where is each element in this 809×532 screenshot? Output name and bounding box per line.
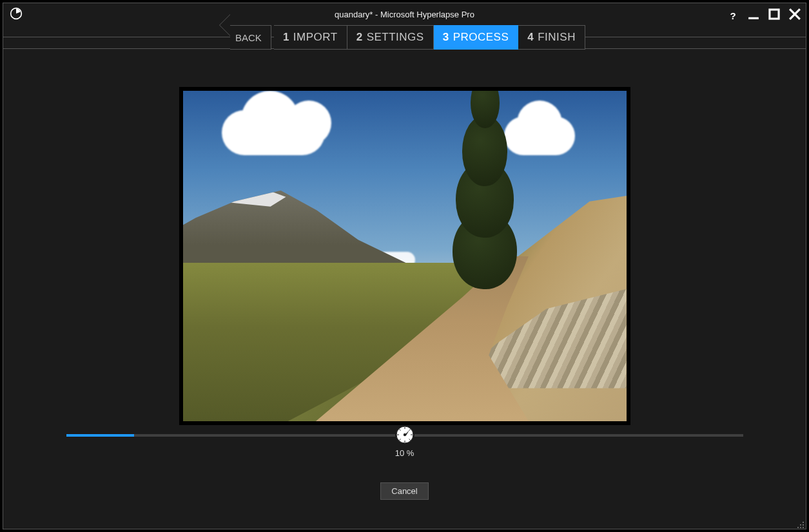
svg-rect-2 (770, 10, 779, 19)
step-number: 3 (443, 31, 449, 44)
step-finish[interactable]: 4 FINISH (518, 25, 585, 50)
content-area: 10 % Cancel (3, 48, 806, 529)
svg-point-16 (403, 433, 405, 436)
step-number: 4 (527, 31, 534, 44)
video-preview (179, 87, 630, 425)
maximize-button[interactable] (767, 7, 781, 24)
svg-point-22 (797, 527, 799, 528)
step-label: IMPORT (293, 31, 338, 44)
help-button[interactable]: ? (726, 10, 740, 21)
minimize-button[interactable] (746, 7, 761, 24)
back-label: BACK (235, 32, 262, 43)
svg-point-18 (803, 524, 804, 526)
window-title: quandary* - Microsoft Hyperlapse Pro (335, 10, 474, 19)
svg-point-19 (800, 524, 801, 526)
progress-fill (66, 434, 134, 437)
back-button[interactable]: BACK (230, 25, 271, 50)
step-number: 2 (356, 31, 363, 44)
step-label: SETTINGS (367, 31, 424, 44)
progress-bar: 10 % (66, 434, 743, 458)
step-settings[interactable]: 2 SETTINGS (347, 25, 434, 50)
app-window: quandary* - Microsoft Hyperlapse Pro ? B… (3, 3, 806, 529)
svg-point-21 (800, 527, 801, 528)
step-bar: BACK 1 IMPORT 2 SETTINGS 3 PROCESS 4 FIN… (3, 25, 806, 49)
svg-point-17 (803, 522, 804, 523)
close-button[interactable] (788, 7, 802, 24)
progress-percent-label: 10 % (395, 448, 414, 458)
cancel-label: Cancel (391, 486, 417, 496)
step-number: 1 (283, 31, 289, 44)
app-icon (10, 7, 23, 20)
cancel-button[interactable]: Cancel (380, 482, 428, 500)
step-label: FINISH (538, 31, 576, 44)
step-label: PROCESS (453, 31, 509, 44)
step-process[interactable]: 3 PROCESS (434, 25, 519, 50)
svg-point-20 (803, 527, 804, 528)
resize-grip[interactable] (797, 520, 804, 527)
step-import[interactable]: 1 IMPORT (274, 25, 347, 50)
gauge-icon (395, 425, 414, 444)
title-bar: quandary* - Microsoft Hyperlapse Pro ? (3, 3, 806, 25)
